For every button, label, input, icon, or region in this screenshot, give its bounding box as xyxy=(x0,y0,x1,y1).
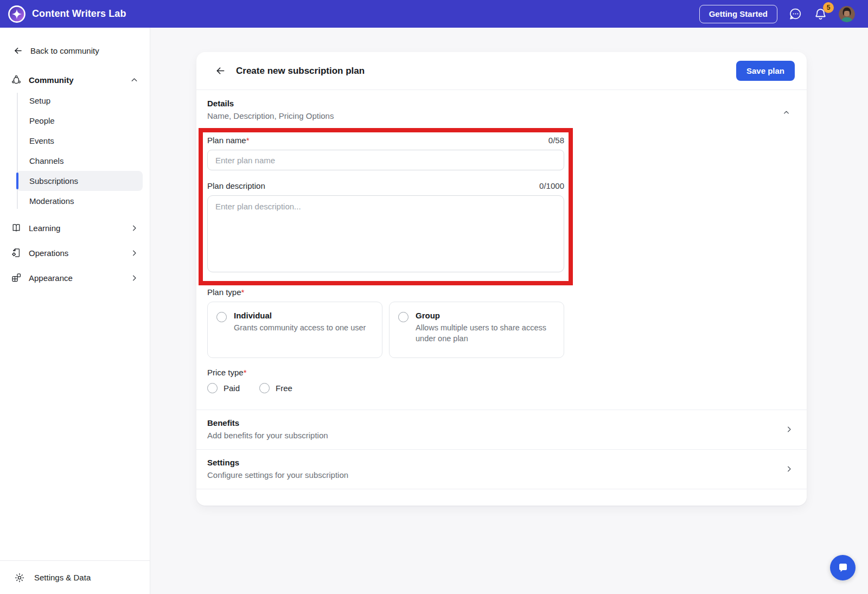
plan-type-individual-description: Grants community access to one user xyxy=(234,323,366,334)
back-to-community-link[interactable]: Back to community xyxy=(0,28,150,56)
plan-type-label: Plan type* xyxy=(207,288,564,297)
plan-name-input[interactable] xyxy=(207,150,564,170)
sidebar-item-channels[interactable]: Channels xyxy=(16,151,143,171)
chevron-right-icon xyxy=(130,223,139,233)
price-type-option-paid[interactable]: Paid xyxy=(207,383,240,393)
price-type-option-free[interactable]: Free xyxy=(259,383,292,393)
benefits-section-row[interactable]: Benefits Add benefits for your subscript… xyxy=(196,410,807,450)
plan-description-label: Plan description xyxy=(207,181,265,190)
layout-icon xyxy=(11,272,22,283)
plan-description-input[interactable] xyxy=(207,195,564,272)
save-plan-button[interactable]: Save plan xyxy=(736,61,795,81)
required-asterisk: * xyxy=(244,368,247,377)
avatar[interactable] xyxy=(839,6,855,22)
plan-description-counter: 0/1000 xyxy=(539,181,564,190)
plan-type-option-group[interactable]: Group Allows multiple users to share acc… xyxy=(389,302,564,358)
chat-fab-button[interactable] xyxy=(830,555,856,580)
chevron-right-icon xyxy=(130,248,139,258)
sidebar-item-moderations[interactable]: Moderations xyxy=(16,191,143,211)
sidebar-item-learning[interactable]: Learning xyxy=(0,216,150,239)
radio-individual[interactable] xyxy=(216,312,227,322)
settings-section-row[interactable]: Settings Configure settings for your sub… xyxy=(196,450,807,489)
plan-type-option-individual[interactable]: Individual Grants community access to on… xyxy=(207,302,382,358)
details-subtitle: Name, Description, Pricing Options xyxy=(207,111,334,120)
card-header: Create new subscription plan Save plan xyxy=(196,52,807,90)
back-arrow-icon xyxy=(13,46,23,56)
details-section-header: Details Name, Description, Pricing Optio… xyxy=(196,90,807,122)
sidebar-item-learning-label: Learning xyxy=(29,223,60,233)
plan-type-group-title: Group xyxy=(416,311,555,320)
sidebar-item-appearance-label: Appearance xyxy=(29,273,73,283)
chevron-up-icon[interactable] xyxy=(130,75,139,85)
sidebar: Back to community Community Setup People… xyxy=(0,28,150,594)
sidebar-group-community[interactable]: Community xyxy=(0,70,150,90)
price-paid-label: Paid xyxy=(224,384,240,393)
community-sub-list: Setup People Events Channels Subscriptio… xyxy=(0,90,150,214)
price-type-label: Price type* xyxy=(207,368,564,377)
settings-and-data-link[interactable]: Settings & Data xyxy=(0,560,150,594)
sidebar-item-operations[interactable]: Operations xyxy=(0,241,150,264)
required-asterisk: * xyxy=(241,288,245,297)
back-button[interactable] xyxy=(213,63,228,79)
sidebar-item-subscriptions[interactable]: Subscriptions xyxy=(16,171,143,191)
brand-name: Content Writers Lab xyxy=(32,8,126,20)
sidebar-item-events[interactable]: Events xyxy=(16,131,143,151)
notification-badge: 5 xyxy=(823,2,834,13)
messages-button[interactable] xyxy=(789,7,802,21)
sidebar-item-appearance[interactable]: Appearance xyxy=(0,266,150,289)
required-asterisk: * xyxy=(246,136,250,145)
details-collapse-button[interactable] xyxy=(779,105,794,122)
sidebar-item-people[interactable]: People xyxy=(16,111,143,131)
app-header: Content Writers Lab Getting Started 5 xyxy=(0,0,868,28)
gear-icon xyxy=(14,572,25,583)
price-free-label: Free xyxy=(276,384,292,393)
settings-subtitle: Configure settings for your subscription xyxy=(207,470,348,480)
details-form: Plan name* 0/58 Plan description 0/1000 … xyxy=(196,122,807,410)
back-to-community-label: Back to community xyxy=(30,46,99,55)
chevron-right-icon xyxy=(130,273,139,283)
notifications-button[interactable]: 5 xyxy=(814,7,827,21)
create-plan-card: Create new subscription plan Save plan D… xyxy=(196,52,807,506)
details-title: Details xyxy=(207,99,334,108)
book-icon xyxy=(11,222,22,233)
plan-name-counter: 0/58 xyxy=(548,136,564,145)
brand[interactable]: Content Writers Lab xyxy=(8,5,126,23)
community-icon xyxy=(11,74,22,85)
settings-title: Settings xyxy=(207,458,348,467)
plan-type-individual-title: Individual xyxy=(234,311,366,320)
chat-bubble-icon xyxy=(789,7,802,21)
chevron-right-icon xyxy=(784,464,794,474)
settings-and-data-label: Settings & Data xyxy=(34,573,91,582)
sidebar-item-setup[interactable]: Setup xyxy=(16,91,143,111)
radio-free[interactable] xyxy=(259,383,270,393)
chevron-right-icon xyxy=(784,425,794,434)
chat-bubble-filled-icon xyxy=(837,561,850,574)
sidebar-group-community-label: Community xyxy=(29,75,74,85)
plan-name-label: Plan name* xyxy=(207,136,250,145)
plan-type-group-description: Allows multiple users to share access un… xyxy=(416,323,555,344)
getting-started-button[interactable]: Getting Started xyxy=(699,5,777,23)
page-title: Create new subscription plan xyxy=(236,66,365,76)
sidebar-item-operations-label: Operations xyxy=(29,248,68,258)
main-area: Create new subscription plan Save plan D… xyxy=(150,28,868,594)
benefits-title: Benefits xyxy=(207,418,328,427)
benefits-subtitle: Add benefits for your subscription xyxy=(207,431,328,440)
brand-logo-icon xyxy=(8,5,26,23)
radio-paid[interactable] xyxy=(207,383,218,393)
radio-group[interactable] xyxy=(398,312,409,322)
document-gear-icon xyxy=(11,247,22,258)
